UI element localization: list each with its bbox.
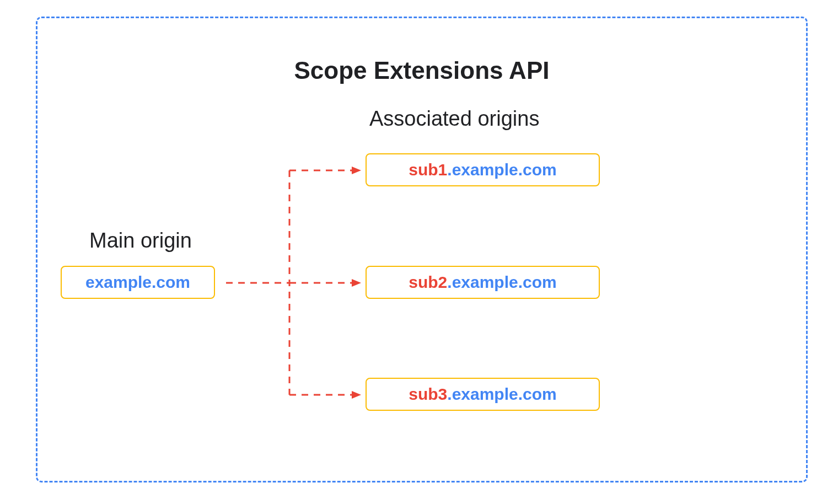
main-origin-label: Main origin (89, 229, 192, 253)
associated-origin-domain-3: .example.com (447, 385, 556, 404)
associated-origin-sub-3: sub3 (409, 385, 447, 404)
associated-origin-box-3: sub3.example.com (366, 378, 600, 411)
associated-origin-sub-1: sub1 (409, 160, 447, 179)
associated-origin-domain-2: .example.com (447, 273, 556, 292)
main-origin-domain: example.com (85, 273, 190, 292)
diagram-title: Scope Extensions API (294, 57, 550, 84)
associated-origin-box-2: sub2.example.com (366, 266, 600, 299)
associated-origin-domain-1: .example.com (447, 160, 556, 179)
associated-origins-label: Associated origins (369, 107, 539, 131)
main-origin-box: example.com (61, 266, 215, 299)
associated-origin-box-1: sub1.example.com (366, 153, 600, 186)
associated-origin-sub-2: sub2 (409, 273, 447, 292)
